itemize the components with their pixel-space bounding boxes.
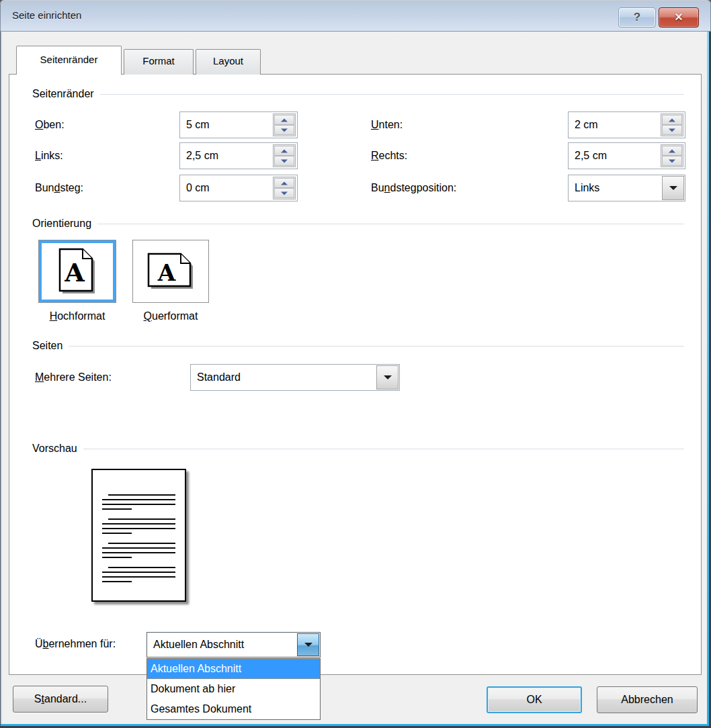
- group-title-preview: Vorschau: [32, 443, 77, 455]
- spinner-up-icon: [669, 118, 675, 122]
- label-mehrere-seiten: Mehrere Seiten:: [35, 364, 112, 391]
- dropdown-button[interactable]: [662, 176, 684, 200]
- apply-to-value: Aktuellen Abschnitt: [153, 633, 244, 657]
- frame-accent-bottom: [1, 724, 709, 726]
- links-value: 2,5 cm: [186, 143, 218, 169]
- preview-page: [91, 469, 186, 602]
- svg-text:A: A: [64, 257, 85, 287]
- rechts-value: 2,5 cm: [575, 143, 607, 169]
- apply-to-combobox[interactable]: Aktuellen Abschnitt: [147, 632, 321, 657]
- mehrere-seiten-value: Standard: [197, 365, 241, 390]
- close-icon: ✕: [674, 11, 683, 23]
- portrait-button[interactable]: A: [38, 240, 116, 303]
- chevron-down-icon: [304, 643, 312, 647]
- group-header-orientation: Orientierung: [32, 217, 684, 230]
- links-spinner: [273, 144, 296, 167]
- group-rule: [100, 94, 684, 95]
- group-rule: [97, 224, 684, 224]
- spinner-down-button[interactable]: [662, 125, 682, 135]
- frame-accent-left: [1, 32, 2, 726]
- spinner-down-icon: [669, 159, 675, 163]
- portrait-label: Hochformat: [38, 310, 116, 322]
- close-button[interactable]: ✕: [659, 7, 699, 28]
- tab-layout[interactable]: Layout: [196, 49, 261, 75]
- chevron-down-icon: [384, 375, 392, 379]
- spinner-down-icon: [281, 159, 288, 163]
- spinner-up-button[interactable]: [274, 146, 294, 156]
- cancel-button[interactable]: Abbrechen: [597, 686, 698, 713]
- oben-spinner: [273, 113, 296, 136]
- rechts-input[interactable]: 2,5 cm: [568, 142, 685, 169]
- help-button[interactable]: ?: [618, 7, 656, 28]
- spinner-down-button[interactable]: [274, 188, 294, 198]
- group-title-pages: Seiten: [32, 340, 62, 352]
- spinner-up-icon: [281, 118, 288, 122]
- landscape-label: Querformat: [132, 310, 209, 322]
- spinner-down-icon: [281, 191, 288, 195]
- dropdown-button-open[interactable]: [297, 633, 319, 656]
- unten-input[interactable]: 2 cm: [568, 111, 685, 138]
- standard-button[interactable]: Standard...: [13, 686, 108, 713]
- bundstegposition-dropdown[interactable]: Links: [568, 175, 685, 201]
- frame-accent-right: [707, 32, 709, 726]
- label-links: Links:: [35, 142, 63, 169]
- ok-button[interactable]: OK: [487, 686, 582, 713]
- bundsteg-input[interactable]: 0 cm: [179, 175, 298, 201]
- group-title-orientation: Orientierung: [32, 218, 91, 230]
- group-header-margins: Seitenränder: [32, 87, 684, 101]
- spinner-up-icon: [281, 149, 288, 152]
- help-icon: ?: [634, 11, 640, 24]
- label-bundsteg: Bundsteg:: [35, 175, 83, 201]
- dropdown-button[interactable]: [376, 365, 399, 390]
- bundstegposition-value: Links: [575, 175, 599, 201]
- chevron-down-icon: [669, 186, 677, 190]
- oben-input[interactable]: 5 cm: [179, 111, 298, 138]
- preview-text-lines: [102, 494, 175, 591]
- apply-to-dropdown-list: Aktuellen Abschnitt Dokument ab hier Ges…: [147, 658, 321, 720]
- landscape-button[interactable]: A: [132, 240, 209, 303]
- label-rechts: Rechts:: [371, 142, 407, 169]
- spinner-up-icon: [281, 181, 288, 185]
- label-unten: Unten:: [371, 111, 403, 138]
- oben-value: 5 cm: [186, 112, 210, 138]
- spinner-down-icon: [669, 128, 675, 132]
- landscape-page-icon: A: [147, 252, 195, 291]
- bundsteg-value: 0 cm: [186, 175, 210, 201]
- spinner-up-button[interactable]: [662, 115, 682, 125]
- tab-seitenraender[interactable]: Seitenränder: [16, 46, 122, 75]
- rechts-spinner: [661, 144, 683, 167]
- titlebar[interactable]: Seite einrichten ? ✕: [0, 0, 711, 32]
- list-item-dokument-ab-hier[interactable]: Dokument ab hier: [147, 679, 320, 699]
- page-setup-dialog: Seite einrichten ? ✕ Seitenränder Format…: [0, 0, 711, 728]
- label-uebernehmen-fuer: Übernehmen für:: [35, 631, 116, 657]
- portrait-page-icon: A: [58, 247, 97, 295]
- spinner-down-button[interactable]: [274, 125, 294, 135]
- links-input[interactable]: 2,5 cm: [179, 142, 298, 169]
- tab-format[interactable]: Format: [124, 49, 194, 75]
- label-bundstegposition: Bundstegposition:: [371, 175, 456, 201]
- list-item-aktuellen-abschnitt[interactable]: Aktuellen Abschnitt: [147, 659, 320, 679]
- spinner-down-icon: [281, 128, 288, 132]
- group-header-pages: Seiten: [32, 339, 684, 353]
- group-rule: [69, 346, 684, 347]
- spinner-down-button[interactable]: [662, 156, 682, 166]
- spinner-up-button[interactable]: [274, 178, 294, 188]
- group-title-margins: Seitenränder: [32, 88, 94, 100]
- bundsteg-spinner: [273, 177, 296, 199]
- label-oben: Oben:: [35, 111, 65, 138]
- unten-spinner: [661, 113, 683, 136]
- window-title: Seite einrichten: [12, 0, 81, 31]
- list-item-gesamtes-dokument[interactable]: Gesamtes Dokument: [147, 699, 320, 719]
- spinner-down-button[interactable]: [274, 156, 294, 166]
- spinner-up-button[interactable]: [274, 115, 294, 125]
- svg-text:A: A: [157, 259, 176, 286]
- spinner-up-button[interactable]: [662, 146, 682, 156]
- unten-value: 2 cm: [575, 112, 598, 138]
- group-rule: [83, 449, 684, 449]
- spinner-up-icon: [669, 149, 675, 152]
- group-header-preview: Vorschau: [32, 442, 684, 455]
- mehrere-seiten-dropdown[interactable]: Standard: [190, 364, 400, 391]
